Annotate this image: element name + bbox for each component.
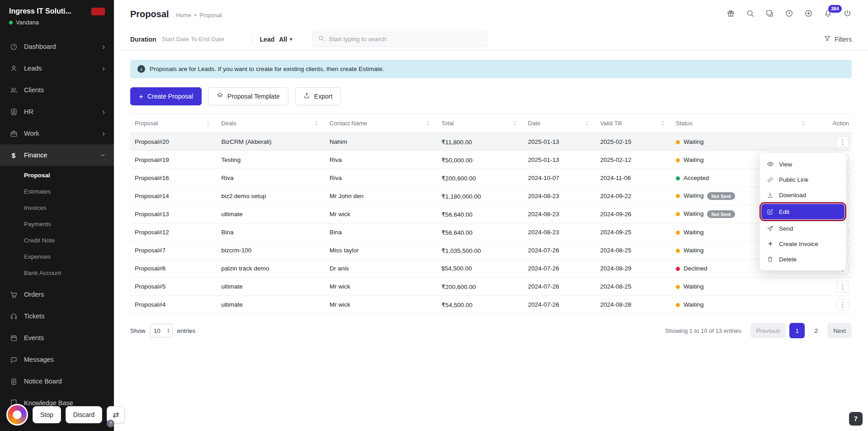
menu-item-download[interactable]: Download [760,187,846,203]
sidebar-item-orders[interactable]: Orders [0,284,114,305]
search-input[interactable] [329,36,482,43]
discard-button[interactable]: Discard [66,406,102,423]
logout-button[interactable] [843,9,852,19]
sidebar-item-leads[interactable]: Leads › [0,57,114,79]
export-button[interactable]: Export [295,87,341,105]
action-buttons: + Create Proposal Proposal Template Expo… [130,87,852,105]
breadcrumb-home[interactable]: Home [176,12,191,19]
status-label: Declined [684,265,708,272]
menu-item-delete[interactable]: Delete [760,251,846,267]
sidebar-item-notice-board[interactable]: Notice Board [0,370,114,392]
notifications-button[interactable]: 384 [824,9,832,19]
page-1-button[interactable]: 1 [789,323,805,338]
events-icon [9,334,18,342]
col-valid-till[interactable]: Valid Till▴▾ [595,114,671,133]
col-status[interactable]: Status▴▾ [671,114,812,133]
chevron-right-icon: › [102,43,105,51]
menu-item-create-invoice[interactable]: + Create Invoice [760,236,846,251]
cell-proposal[interactable]: Proposal#16 [130,169,217,187]
cell-proposal[interactable]: Proposal#4 [130,296,217,314]
not-sent-badge: Not Sent [707,192,735,200]
cell-date: 2025-01-13 [524,133,596,151]
sidebar-item-clients[interactable]: Clients [0,79,114,101]
search-box [312,32,488,47]
col-total[interactable]: Total▴▾ [437,114,524,133]
cell-proposal[interactable]: Proposal#5 [130,278,217,296]
cell-proposal[interactable]: Proposal#14 [130,187,217,205]
history-button[interactable] [785,9,793,19]
sidebar-subitem-bank-account[interactable]: Bank Account [0,265,114,281]
cell-deals: palzin track demo [217,260,325,278]
next-page-button[interactable]: Next [827,323,852,338]
help-badge[interactable]: ? [107,420,114,427]
filters-button[interactable]: Filters [824,35,852,43]
cell-proposal[interactable]: Proposal#13 [130,205,217,223]
brand: Ingress IT Soluti... Vandana [0,0,114,31]
menu-item-send[interactable]: Send [760,221,846,236]
recorder-logo[interactable] [6,404,28,426]
cell-proposal[interactable]: Proposal#12 [130,223,217,242]
cell-valid_till: 2025-02-15 [595,133,671,151]
quick-add-button[interactable] [804,9,813,19]
sidebar-item-hr[interactable]: HR › [0,101,114,123]
col-proposal[interactable]: Proposal▴▾ [130,114,217,133]
content: i Proposals are for Leads. If you want t… [114,51,868,431]
proposal-template-button[interactable]: Proposal Template [208,87,288,105]
table-row: Proposal#13ultimateMr wick₹56,640.002024… [130,205,852,223]
sidebar-subitem-estimates[interactable]: Estimates [0,183,114,199]
sidebar-item-dashboard[interactable]: Dashboard › [0,36,114,57]
page-size-select[interactable]: 10 ▴▾ [150,324,173,337]
finance-submenu: Proposal Estimates Invoices Payments Cre… [0,166,114,284]
sidebar: Ingress IT Soluti... Vandana Dashboard ›… [0,0,114,431]
cell-proposal[interactable]: Proposal#7 [130,242,217,260]
table-row: Proposal#5ultimateMr wick₹200,600.002024… [130,278,852,296]
sidebar-subitem-proposal[interactable]: Proposal [0,167,114,183]
status-dot [676,158,680,162]
previous-page-button[interactable]: Previous [750,323,786,338]
col-contact-name[interactable]: Contact Name▴▾ [325,114,437,133]
sidebar-item-messages[interactable]: Messages [0,349,114,370]
gift-icon [726,9,735,19]
menu-item-edit[interactable]: Edit [761,204,844,219]
duration-input[interactable] [162,36,243,43]
row-actions-button[interactable]: ⋮ [836,281,849,293]
sidebar-item-work[interactable]: Work › [0,123,114,144]
corner-badge[interactable]: 7 [849,412,863,426]
row-actions-button[interactable]: ⋮ [836,136,849,148]
sidebar-item-events[interactable]: Events [0,327,114,349]
cell-proposal[interactable]: Proposal#20 [130,133,217,151]
menu-item-view[interactable]: View [760,156,846,172]
cell-deals: Testing [217,151,325,169]
notes-button[interactable] [765,9,774,19]
cell-proposal[interactable]: Proposal#19 [130,151,217,169]
sidebar-subitem-credit-note[interactable]: Credit Note [0,232,114,248]
page-2-button[interactable]: 2 [808,323,824,338]
cell-valid_till: 2024-08-25 [595,242,671,260]
sort-icon: ▴▾ [427,120,429,126]
cell-proposal[interactable]: Proposal#6 [130,260,217,278]
sidebar-subitem-payments[interactable]: Payments [0,216,114,232]
sidebar-item-finance[interactable]: $ Finance › [0,144,114,166]
sidebar-subitem-invoices[interactable]: Invoices [0,199,114,216]
online-status-dot [9,21,13,24]
table-row: Proposal#7bizcrm-100Miss taylor₹1,035,50… [130,242,852,260]
row-actions-menu: View Public Link Download Edit Send + Cr… [760,153,846,270]
row-actions-button[interactable]: ⋮ [836,299,849,311]
dashboard-icon [9,43,18,51]
gift-button[interactable] [726,9,735,19]
search-button[interactable] [746,9,755,19]
alert-text: Proposals are for Leads. If you want to … [150,66,384,72]
col-deals[interactable]: Deals▴▾ [217,114,325,133]
sort-icon: ▴▾ [315,120,317,126]
eye-icon [767,161,774,168]
create-proposal-button[interactable]: + Create Proposal [130,87,202,105]
stop-button[interactable]: Stop [33,406,61,423]
col-date[interactable]: Date▴▾ [524,114,596,133]
lead-dropdown[interactable]: All ▾ [279,36,292,43]
menu-item-public-link[interactable]: Public Link [760,172,846,187]
hr-icon [9,108,18,116]
status-label: Waiting [684,229,704,236]
sidebar-item-tickets[interactable]: Tickets [0,305,114,327]
sort-icon: ▴▾ [802,120,804,126]
sidebar-subitem-expenses[interactable]: Expenses [0,248,114,265]
